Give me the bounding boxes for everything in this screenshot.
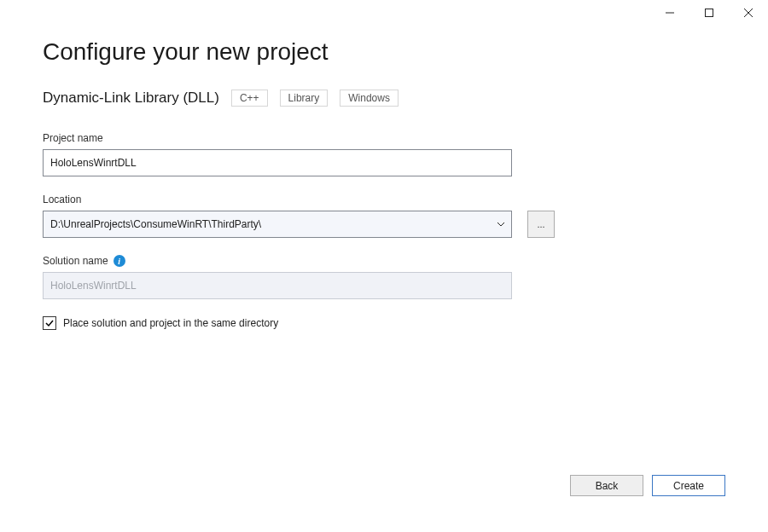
project-name-input[interactable] xyxy=(43,149,512,176)
location-combobox[interactable]: D:\UnrealProjects\ConsumeWinRT\ThirdPart… xyxy=(43,211,512,238)
template-tag: Library xyxy=(280,90,329,107)
svg-rect-1 xyxy=(706,9,713,17)
template-name: Dynamic-Link Library (DLL) xyxy=(43,90,219,107)
template-header: Dynamic-Link Library (DLL) C++ Library W… xyxy=(43,90,725,107)
close-button[interactable] xyxy=(729,0,768,26)
create-button[interactable]: Create xyxy=(652,475,725,496)
location-value: D:\UnrealProjects\ConsumeWinRT\ThirdPart… xyxy=(50,218,261,230)
project-name-label: Project name xyxy=(43,132,725,144)
template-tag: Windows xyxy=(340,90,399,107)
solution-name-input: HoloLensWinrtDLL xyxy=(43,272,512,299)
browse-button[interactable]: ... xyxy=(527,211,555,238)
page-title: Configure your new project xyxy=(43,38,725,66)
solution-name-label: Solution name xyxy=(43,255,108,267)
location-label: Location xyxy=(43,194,725,205)
maximize-button[interactable] xyxy=(689,0,729,26)
back-button[interactable]: Back xyxy=(570,475,643,496)
chevron-down-icon xyxy=(494,223,508,227)
same-directory-label: Place solution and project in the same d… xyxy=(63,317,278,329)
minimize-button[interactable] xyxy=(650,0,689,26)
template-tag: C++ xyxy=(231,90,268,107)
same-directory-checkbox[interactable] xyxy=(43,316,56,330)
info-icon[interactable]: i xyxy=(113,255,125,267)
